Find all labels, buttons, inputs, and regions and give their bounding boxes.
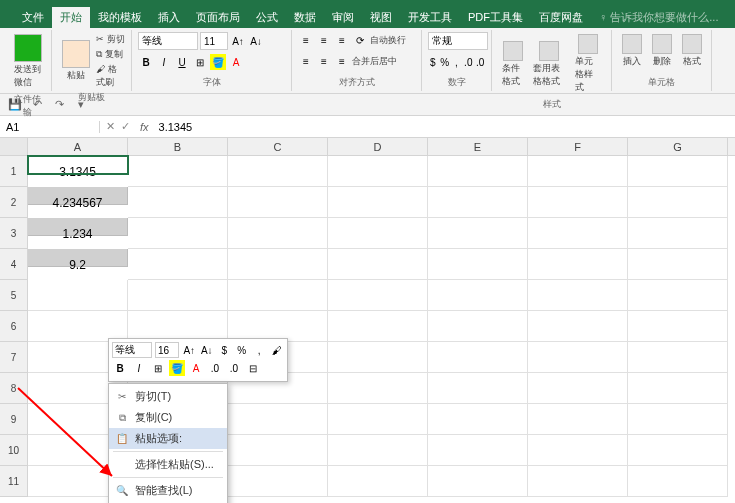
cell-style-button[interactable]: 单元格样式 <box>571 32 605 96</box>
cell[interactable] <box>228 404 328 435</box>
mini-comma-icon[interactable]: , <box>252 342 267 358</box>
cell[interactable] <box>628 373 728 404</box>
context-menu-item[interactable]: 🔍智能查找(L) <box>109 480 227 501</box>
mini-bold-button[interactable]: B <box>112 360 128 376</box>
currency-button[interactable]: $ <box>428 54 438 70</box>
cell[interactable] <box>528 311 628 342</box>
row-header[interactable]: 10 <box>0 435 28 466</box>
row-header[interactable]: 3 <box>0 218 28 249</box>
cell[interactable] <box>528 249 628 280</box>
row-header[interactable]: 6 <box>0 311 28 342</box>
mini-fontcolor-icon[interactable]: A <box>188 360 204 376</box>
cell[interactable] <box>328 435 428 466</box>
cell[interactable] <box>428 218 528 249</box>
mini-inc-font-icon[interactable]: A↑ <box>182 342 197 358</box>
border-button[interactable]: ⊞ <box>192 54 208 70</box>
fx-icon[interactable]: fx <box>136 121 153 133</box>
mini-dec-font-icon[interactable]: A↓ <box>200 342 215 358</box>
cell[interactable] <box>528 404 628 435</box>
cell[interactable] <box>428 404 528 435</box>
mini-font-select[interactable] <box>112 342 152 358</box>
tab-data[interactable]: 数据 <box>286 7 324 28</box>
copy-button[interactable]: ⧉ 复制 <box>96 48 125 61</box>
cell[interactable] <box>428 373 528 404</box>
cell[interactable] <box>428 187 528 218</box>
decrease-font-button[interactable]: A↓ <box>248 33 264 49</box>
cell[interactable] <box>528 435 628 466</box>
cell[interactable] <box>328 373 428 404</box>
cell[interactable] <box>228 218 328 249</box>
cell[interactable] <box>428 466 528 497</box>
cell[interactable]: 4.234567 <box>28 187 128 205</box>
tab-formula[interactable]: 公式 <box>248 7 286 28</box>
cell[interactable] <box>128 187 228 218</box>
tab-baidu[interactable]: 百度网盘 <box>531 7 591 28</box>
tab-file[interactable]: 文件 <box>14 7 52 28</box>
cut-button[interactable]: ✂ 剪切 <box>96 33 125 46</box>
cell[interactable] <box>528 218 628 249</box>
cell[interactable] <box>128 280 228 311</box>
cell[interactable] <box>228 435 328 466</box>
tell-me[interactable]: ♀ 告诉我你想要做什么... <box>591 7 726 28</box>
col-header[interactable]: A <box>28 138 128 155</box>
cell[interactable] <box>428 156 528 187</box>
row-header[interactable]: 2 <box>0 187 28 218</box>
send-wechat-button[interactable]: 发送到微信 <box>10 32 45 91</box>
cell[interactable] <box>628 435 728 466</box>
font-color-button[interactable]: A <box>228 54 244 70</box>
mini-italic-button[interactable]: I <box>131 360 147 376</box>
cell[interactable] <box>128 218 228 249</box>
mini-decimal2-icon[interactable]: .0 <box>226 360 242 376</box>
undo-icon[interactable]: ↶ <box>30 98 44 112</box>
mini-size-select[interactable] <box>155 342 179 358</box>
cell[interactable]: 3.1345 <box>28 156 128 174</box>
font-name-select[interactable] <box>138 32 198 50</box>
cell[interactable] <box>328 218 428 249</box>
cell[interactable] <box>628 249 728 280</box>
cell[interactable] <box>228 187 328 218</box>
cell[interactable] <box>28 280 128 311</box>
context-menu-item[interactable]: 📋粘贴选项: <box>109 428 227 449</box>
cell[interactable] <box>228 466 328 497</box>
cell[interactable] <box>628 156 728 187</box>
tab-home[interactable]: 开始 <box>52 7 90 28</box>
cell[interactable] <box>628 187 728 218</box>
inc-decimal-button[interactable]: .0 <box>463 54 473 70</box>
tab-pdf[interactable]: PDF工具集 <box>460 7 531 28</box>
align-bot-button[interactable]: ≡ <box>334 32 350 48</box>
name-box[interactable]: A1 <box>0 121 100 133</box>
comma-button[interactable]: , <box>452 54 462 70</box>
cell[interactable] <box>628 218 728 249</box>
cell[interactable]: 1.234 <box>28 218 128 236</box>
cell[interactable] <box>328 466 428 497</box>
col-header[interactable]: D <box>328 138 428 155</box>
cell[interactable] <box>528 466 628 497</box>
tab-insert[interactable]: 插入 <box>150 7 188 28</box>
context-menu-item[interactable]: ✂剪切(T) <box>109 386 227 407</box>
format-cell-button[interactable]: 格式 <box>678 32 706 70</box>
mini-border-icon[interactable]: ⊞ <box>150 360 166 376</box>
cell[interactable] <box>328 342 428 373</box>
row-header[interactable]: 7 <box>0 342 28 373</box>
number-format-select[interactable] <box>428 32 488 50</box>
cell[interactable] <box>428 280 528 311</box>
cell[interactable] <box>128 156 228 187</box>
mini-percent-icon[interactable]: % <box>235 342 250 358</box>
cancel-formula-icon[interactable]: ✕ <box>106 120 115 133</box>
cell[interactable] <box>328 187 428 218</box>
increase-font-button[interactable]: A↑ <box>230 33 246 49</box>
cell[interactable] <box>628 280 728 311</box>
align-right-button[interactable]: ≡ <box>334 53 350 69</box>
save-icon[interactable]: 💾 <box>8 98 22 112</box>
align-mid-button[interactable]: ≡ <box>316 32 332 48</box>
col-header[interactable]: E <box>428 138 528 155</box>
cell[interactable] <box>528 187 628 218</box>
row-header[interactable]: 4 <box>0 249 28 280</box>
paste-button[interactable]: 粘贴 <box>58 38 94 84</box>
mini-painter-icon[interactable]: 🖌 <box>270 342 285 358</box>
table-format-button[interactable]: 套用表格格式 <box>529 39 569 90</box>
cell[interactable] <box>428 311 528 342</box>
cell[interactable]: 9.2 <box>28 249 128 267</box>
row-header[interactable]: 5 <box>0 280 28 311</box>
merge-button[interactable]: 合并后居中 <box>352 55 397 68</box>
